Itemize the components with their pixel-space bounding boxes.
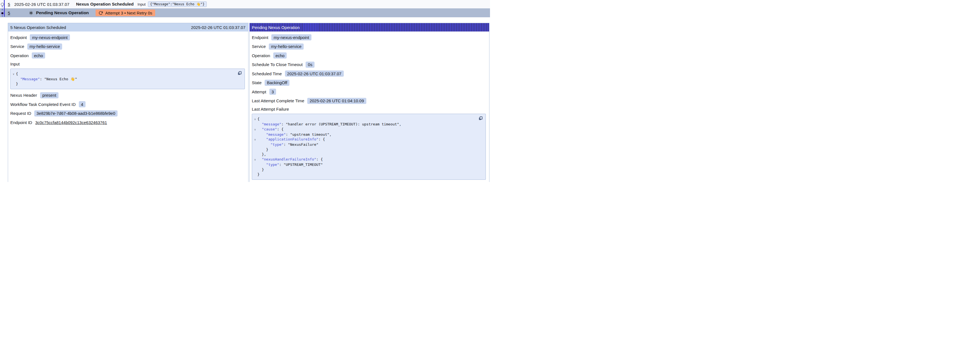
field-value-badge: my-hello-service — [27, 43, 62, 49]
code-gutter — [253, 172, 258, 177]
code-gutter — [253, 167, 258, 172]
event-row-pending-nexus-operation[interactable]: 5 Pending Nexus Operation Attempt 3 • Ne… — [0, 8, 490, 17]
collapse-chevron-icon[interactable]: ∨ — [253, 157, 258, 162]
scheduled-panel-body: Endpointmy-nexus-endpointServicemy-hello… — [8, 32, 248, 125]
code-gutter — [253, 147, 258, 152]
detail-field-state: StateBackingOff — [252, 80, 486, 86]
detail-field-operation: Operationecho — [252, 53, 486, 59]
collapse-chevron-icon[interactable]: ∨ — [253, 137, 258, 142]
field-label: State — [252, 80, 262, 85]
input-label: Input — [138, 2, 146, 6]
field-label: Schedule To Close Timeout — [252, 62, 302, 67]
code-text: "message": "handler error (UPSTREAM_TIME… — [258, 122, 401, 127]
pending-spinner-icon — [29, 11, 33, 15]
field-value-badge: 0s — [305, 62, 315, 68]
code-line: }, — [253, 152, 483, 157]
code-line: } — [253, 172, 483, 177]
code-line: "Message": "Nexus Echo 👋" — [11, 77, 242, 81]
code-line: "type": "UPSTREAM_TIMEOUT" — [253, 162, 483, 167]
failure-section-label: Last Attempt Failure — [252, 107, 486, 112]
code-gutter — [253, 132, 258, 137]
code-text: { — [16, 71, 18, 77]
code-text: } — [258, 147, 268, 152]
panel-timestamp: 2025-02-26 UTC 01:03:37.07 — [191, 25, 245, 30]
pending-panel-body: Endpointmy-nexus-endpointServicemy-hello… — [250, 32, 489, 182]
collapse-chevron-icon[interactable]: ∨ — [11, 71, 16, 77]
field-label: Service — [252, 44, 266, 49]
field-label: Endpoint ID — [10, 120, 32, 125]
event-id-link[interactable]: 5 — [8, 2, 10, 7]
scheduled-panel-header: 5 Nexus Operation Scheduled 2025-02-26 U… — [8, 23, 248, 32]
input-section-label: Input — [10, 62, 245, 66]
field-value-badge: my-nexus-endpoint — [271, 34, 312, 40]
code-line: } — [11, 81, 242, 86]
code-gutter — [253, 122, 258, 127]
timeline-active-bar — [4, 0, 5, 17]
event-row-nexus-operation-scheduled[interactable]: 5 2025-02-26 UTC 01:03:37.07 Nexus Opera… — [0, 0, 490, 8]
copy-icon — [237, 71, 242, 75]
scheduled-event-panel: 5 Nexus Operation Scheduled 2025-02-26 U… — [8, 23, 248, 182]
retry-icon — [99, 11, 103, 15]
panel-title: Pending Nexus Operation — [252, 25, 300, 30]
field-label: Nexus Header — [10, 93, 37, 97]
attempt-retry-badge: Attempt 3 • Next Retry 0s — [95, 10, 156, 16]
timeline-connector-dashed — [2, 6, 3, 17]
code-text: } — [258, 167, 264, 172]
code-text: }, — [258, 152, 266, 157]
field-value-badge: 3 — [269, 89, 276, 95]
field-value-badge: 2025-02-26 UTC 01:03:37.07 — [285, 70, 344, 77]
event-id-link[interactable]: 5 — [8, 11, 10, 15]
code-gutter — [253, 142, 258, 147]
code-line: "message": "handler error (UPSTREAM_TIME… — [253, 122, 483, 127]
detail-field-endpoint-id: Endpoint ID3c0c75ccfa8144b092c13ce632463… — [10, 119, 245, 125]
detail-field-endpoint: Endpointmy-nexus-endpoint — [10, 34, 245, 40]
failure-code-block: ∨{ "message": "handler error (UPSTREAM_T… — [252, 114, 486, 180]
workflow-event-history-view: 5 2025-02-26 UTC 01:03:37.07 Nexus Opera… — [0, 0, 490, 182]
detail-field-request-id: Request ID3e829b7e-7d67-4b08-aad3-b1e868… — [10, 110, 245, 117]
field-label: Operation — [10, 53, 29, 58]
code-text: "nexusHandlerFailureInfo": { — [258, 157, 323, 162]
collapse-chevron-icon[interactable]: ∨ — [253, 127, 258, 132]
field-label: Endpoint — [10, 35, 27, 40]
copy-button[interactable] — [237, 71, 242, 75]
pending-panel-header: Pending Nexus Operation — [250, 23, 489, 32]
event-timestamp: 2025-02-26 UTC 01:03:37.07 — [14, 2, 69, 7]
code-gutter — [253, 152, 258, 157]
input-code-block: ∨{ "Message": "Nexus Echo 👋"} — [10, 69, 245, 89]
detail-field-scheduled-time: Scheduled Time2025-02-26 UTC 01:03:37.07 — [252, 70, 486, 77]
code-text: { — [258, 117, 259, 122]
detail-field-operation: Operationecho — [10, 53, 245, 59]
code-line: ∨ "applicationFailureInfo": { — [253, 137, 483, 142]
detail-field-schedule-to-close-timeout: Schedule To Close Timeout0s — [252, 62, 486, 68]
field-value-badge: BackingOff — [265, 80, 290, 86]
detail-field-endpoint: Endpointmy-nexus-endpoint — [252, 34, 486, 40]
code-line: ∨{ — [253, 117, 483, 122]
field-label: Request ID — [10, 111, 31, 116]
collapse-chevron-icon[interactable]: ∨ — [253, 117, 258, 122]
code-gutter — [253, 162, 258, 167]
code-line: "type": "NexusFailure" — [253, 142, 483, 147]
detail-field-last-attempt-complete-time: Last Attempt Complete Time2025-02-26 UTC… — [252, 98, 486, 104]
field-value-badge: present — [40, 92, 59, 98]
code-gutter — [11, 81, 16, 86]
field-value-badge: my-nexus-endpoint — [30, 34, 70, 40]
detail-field-nexus-header: Nexus Headerpresent — [10, 92, 245, 98]
pending-operation-panel: Pending Nexus Operation Endpointmy-nexus… — [249, 23, 490, 182]
field-label: Service — [10, 44, 24, 49]
attempt-retry-text: Attempt 3 • Next Retry 0s — [105, 11, 153, 15]
code-line: } — [253, 167, 483, 172]
input-preview-badge: {"Message":"Nexus Echo 👋"} — [148, 2, 207, 7]
field-value-badge: echo — [273, 53, 287, 59]
field-value-badge: my-hello-service — [269, 43, 304, 49]
detail-field-workflow-task-completed-event-id: Workflow Task Completed Event ID4 — [10, 101, 245, 107]
timeline-event-dot-open — [1, 3, 4, 6]
copy-button[interactable] — [478, 116, 483, 121]
field-label: Workflow Task Completed Event ID — [10, 102, 76, 107]
field-value-link[interactable]: 3c0c75ccfa8144b092c13ce632463761 — [35, 120, 107, 125]
code-text: "type": "NexusFailure" — [258, 142, 318, 147]
field-value-badge: 4 — [79, 101, 86, 107]
timeline-pending-dot-filled — [1, 12, 4, 15]
field-label: Operation — [252, 53, 270, 58]
code-line: ∨ "cause": { — [253, 127, 483, 132]
event-timeline-rail — [0, 0, 6, 17]
